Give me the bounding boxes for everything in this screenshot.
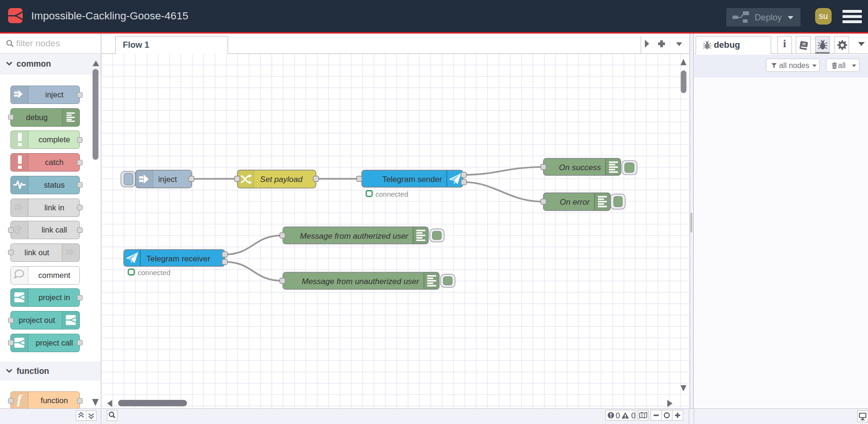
- svg-text:0: 0: [616, 411, 620, 420]
- svg-text:Message from unautherized user: Message from unautherized user: [302, 277, 420, 286]
- svg-text:Telegram sender: Telegram sender: [382, 175, 442, 184]
- svg-text:On success: On success: [559, 163, 601, 172]
- svg-text:connected: connected: [375, 190, 408, 198]
- svg-text:Message from autherized user: Message from autherized user: [300, 232, 409, 241]
- svg-text:inject: inject: [158, 175, 177, 184]
- svg-text:On error: On error: [560, 198, 590, 207]
- svg-text:0: 0: [631, 411, 636, 420]
- svg-text:Set payload: Set payload: [260, 175, 303, 184]
- svg-text:connected: connected: [138, 268, 170, 277]
- svg-text:Telegram receiver: Telegram receiver: [146, 254, 210, 263]
